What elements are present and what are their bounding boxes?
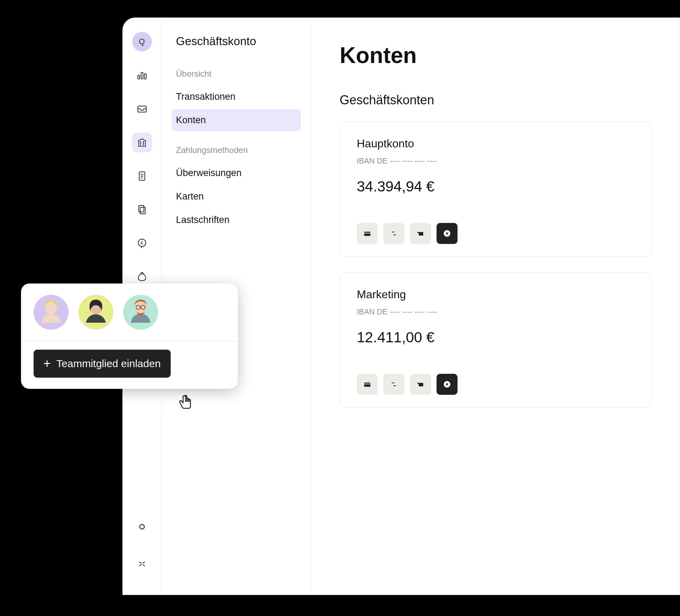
sidebar-section-label: Übersicht [172, 69, 301, 79]
euro-bubble-icon: € [136, 238, 148, 249]
svg-rect-12 [419, 232, 423, 236]
svg-rect-16 [419, 383, 423, 386]
account-iban: IBAN DE ---- ---- ---- ---- [357, 307, 635, 316]
action-close[interactable] [437, 223, 458, 244]
team-avatars [21, 284, 238, 341]
person-icon [78, 295, 113, 330]
account-card[interactable]: Hauptkonto IBAN DE ---- ---- ---- ---- 3… [340, 121, 652, 257]
sidebar-section-payments: Zahlungsmethoden Überweisungen Karten La… [172, 145, 301, 231]
card-icon [363, 380, 371, 388]
person-icon [34, 295, 69, 330]
svg-rect-15 [364, 384, 370, 384]
plus-icon: + [43, 357, 51, 370]
action-card[interactable] [357, 374, 378, 395]
nav-help[interactable] [132, 517, 152, 537]
svg-rect-1 [141, 72, 143, 79]
svg-rect-10 [364, 232, 370, 236]
svg-point-9 [140, 524, 144, 529]
svg-text:€: € [141, 240, 143, 246]
icon-rail-bottom [132, 517, 152, 574]
wallet-plus-icon [416, 380, 425, 388]
circle-icon [136, 521, 148, 532]
action-add-funds[interactable] [410, 223, 431, 244]
sidebar-section-label: Zahlungsmethoden [172, 145, 301, 155]
transfer-icon [390, 380, 398, 388]
nav-accounts[interactable] [132, 133, 152, 152]
petals-icon [136, 558, 148, 569]
bank-icon [136, 137, 148, 148]
svg-rect-0 [138, 75, 140, 79]
action-close[interactable] [437, 374, 458, 395]
nav-dashboard[interactable] [132, 65, 152, 85]
account-actions [357, 223, 635, 244]
card-icon [363, 229, 371, 238]
documents-icon [136, 204, 148, 215]
svg-rect-2 [144, 74, 146, 79]
nav-euro[interactable]: € [132, 233, 152, 253]
team-invite-row: + Teammitglied einladen [21, 341, 238, 389]
action-add-funds[interactable] [410, 374, 431, 395]
account-name: Hauptkonto [357, 137, 635, 150]
cursor-pointer-icon [175, 392, 194, 413]
svg-rect-6 [140, 207, 145, 214]
sidebar-section-overview: Übersicht Transaktionen Konten [172, 69, 301, 131]
account-balance: 34.394,94 € [357, 178, 635, 195]
bar-chart-icon [136, 70, 148, 81]
svg-rect-11 [364, 233, 370, 233]
sidebar-item-direct-debits[interactable]: Lastschriften [172, 209, 301, 231]
transfer-icon [390, 229, 398, 238]
account-card[interactable]: Marketing IBAN DE ---- ---- ---- ---- 12… [340, 272, 652, 408]
sidebar-item-transactions[interactable]: Transaktionen [172, 86, 301, 108]
inbox-icon [136, 103, 148, 114]
close-circle-icon [443, 229, 451, 238]
page-subtitle: Geschäftskonten [340, 93, 652, 107]
page-title: Konten [340, 42, 652, 68]
close-circle-icon [443, 380, 451, 388]
invite-label: Teammitglied einladen [56, 358, 161, 370]
svg-rect-14 [364, 383, 370, 387]
team-popup: + Teammitglied einladen [21, 284, 238, 389]
receipt-icon [136, 170, 148, 182]
account-actions [357, 374, 635, 395]
account-balance: 12.411,00 € [357, 329, 635, 346]
main-content: Konten Geschäftskonten Hauptkonto IBAN D… [312, 18, 680, 595]
nav-inbox[interactable] [132, 99, 152, 119]
nav-documents[interactable] [132, 200, 152, 219]
avatar[interactable] [34, 295, 69, 330]
nav-invoices[interactable] [132, 166, 152, 186]
sidebar-item-accounts[interactable]: Konten [172, 109, 301, 131]
action-transfer[interactable] [383, 223, 404, 244]
avatar[interactable] [78, 295, 113, 330]
invite-team-member-button[interactable]: + Teammitglied einladen [34, 350, 171, 378]
nav-apps[interactable] [132, 554, 152, 574]
sidebar-item-transfers[interactable]: Überweisungen [172, 162, 301, 184]
wallet-plus-icon [416, 229, 425, 238]
sidebar-title: Geschäftskonto [172, 35, 301, 48]
account-iban: IBAN DE ---- ---- ---- ---- [357, 156, 635, 166]
svg-rect-5 [139, 205, 144, 212]
account-name: Marketing [357, 288, 635, 301]
money-bag-icon [136, 271, 148, 282]
action-transfer[interactable] [383, 374, 404, 395]
org-badge[interactable]: Q [132, 32, 152, 51]
action-card[interactable] [357, 223, 378, 244]
sidebar-item-cards[interactable]: Karten [172, 186, 301, 208]
avatar[interactable] [123, 295, 158, 330]
person-icon [123, 295, 158, 330]
